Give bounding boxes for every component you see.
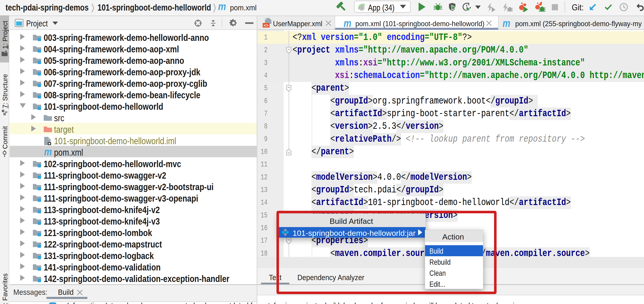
svg-text:<>: <> bbox=[264, 23, 269, 28]
